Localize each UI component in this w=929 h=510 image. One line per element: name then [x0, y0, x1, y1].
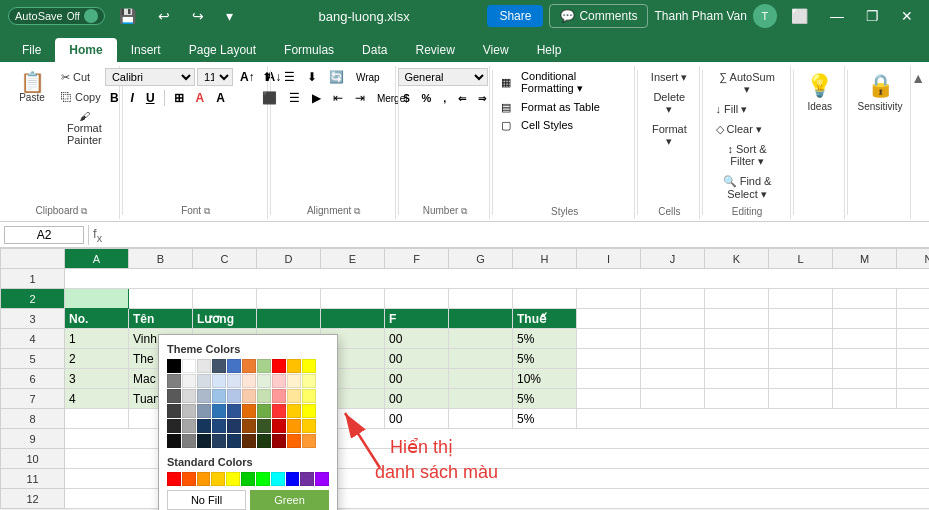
color-swatch[interactable] — [272, 359, 286, 373]
color-swatch[interactable] — [257, 359, 271, 373]
standard-color-swatch[interactable] — [197, 472, 211, 486]
color-swatch[interactable] — [167, 434, 181, 448]
middle-align-btn[interactable]: ☰ — [279, 68, 300, 86]
col-header-A[interactable]: A — [65, 249, 129, 269]
left-align-btn[interactable]: ⬛ — [257, 89, 282, 107]
cell-H5[interactable]: 5% — [513, 349, 577, 369]
sensitivity-button[interactable]: 🔒 Sensitivity — [847, 68, 914, 117]
italic-button[interactable]: I — [126, 89, 139, 107]
color-swatch[interactable] — [242, 434, 256, 448]
ribbon-display-button[interactable]: ⬜ — [783, 4, 816, 28]
color-swatch[interactable] — [182, 419, 196, 433]
ideas-button[interactable]: 💡 Ideas — [795, 68, 844, 117]
color-swatch[interactable] — [212, 374, 226, 388]
color-swatch[interactable] — [182, 374, 196, 388]
color-swatch[interactable] — [287, 419, 301, 433]
standard-color-swatch[interactable] — [241, 472, 255, 486]
tab-review[interactable]: Review — [401, 38, 468, 62]
color-swatch[interactable] — [257, 404, 271, 418]
cell-M7[interactable] — [833, 389, 897, 409]
cell-L4[interactable] — [769, 329, 833, 349]
standard-color-swatch[interactable] — [256, 472, 270, 486]
delete-cells-btn[interactable]: Delete ▾ — [646, 88, 693, 119]
cell-I7[interactable] — [577, 389, 641, 409]
cell-H7[interactable]: 5% — [513, 389, 577, 409]
color-swatch[interactable] — [167, 419, 181, 433]
bottom-align-btn[interactable]: ⬇ — [302, 68, 322, 86]
color-swatch[interactable] — [242, 389, 256, 403]
cell-J7[interactable] — [641, 389, 705, 409]
cell-H6[interactable]: 10% — [513, 369, 577, 389]
cell-K6[interactable] — [705, 369, 769, 389]
col-header-I[interactable]: I — [577, 249, 641, 269]
cell-F3[interactable]: F — [385, 309, 449, 329]
green-button[interactable]: Green — [250, 490, 329, 510]
font-size-select[interactable]: 11 — [197, 68, 233, 86]
color-swatch[interactable] — [227, 389, 241, 403]
color-swatch[interactable] — [257, 434, 271, 448]
tab-file[interactable]: File — [8, 38, 55, 62]
color-swatch[interactable] — [242, 359, 256, 373]
cell-N3[interactable] — [897, 309, 930, 329]
color-swatch[interactable] — [167, 359, 181, 373]
color-swatch[interactable] — [197, 419, 211, 433]
cell-K7[interactable] — [705, 389, 769, 409]
cell-A6[interactable]: 3 — [65, 369, 129, 389]
font-family-select[interactable]: Calibri — [105, 68, 195, 86]
cell-K5[interactable] — [705, 349, 769, 369]
standard-color-swatch[interactable] — [271, 472, 285, 486]
orientation-btn[interactable]: 🔄 — [324, 68, 349, 86]
cell-N5[interactable] — [897, 349, 930, 369]
col-header-H[interactable]: H — [513, 249, 577, 269]
cell-E2[interactable] — [321, 289, 385, 309]
color-swatch[interactable] — [197, 389, 211, 403]
col-header-M[interactable]: M — [833, 249, 897, 269]
tab-view[interactable]: View — [469, 38, 523, 62]
cell-A5[interactable]: 2 — [65, 349, 129, 369]
cell-I2[interactable] — [577, 289, 641, 309]
cell-K3[interactable] — [705, 309, 769, 329]
color-swatch[interactable] — [287, 359, 301, 373]
col-header-K[interactable]: K — [705, 249, 769, 269]
color-swatch[interactable] — [167, 404, 181, 418]
comma-btn[interactable]: , — [438, 90, 451, 106]
standard-color-swatch[interactable] — [300, 472, 314, 486]
color-swatch[interactable] — [182, 434, 196, 448]
color-swatch[interactable] — [287, 404, 301, 418]
cell-G3[interactable] — [449, 309, 513, 329]
cell-F6[interactable]: 00 — [385, 369, 449, 389]
cell-J4[interactable] — [641, 329, 705, 349]
cell-L3[interactable] — [769, 309, 833, 329]
color-swatch[interactable] — [227, 359, 241, 373]
cell-K2[interactable] — [705, 289, 769, 309]
col-header-F[interactable]: F — [385, 249, 449, 269]
color-swatch[interactable] — [212, 389, 226, 403]
cell-I3[interactable] — [577, 309, 641, 329]
tab-page-layout[interactable]: Page Layout — [175, 38, 270, 62]
increase-font-btn[interactable]: A↑ — [235, 68, 260, 86]
cell-L5[interactable] — [769, 349, 833, 369]
fill-btn[interactable]: ↓ Fill ▾ — [711, 100, 753, 119]
col-header-C[interactable]: C — [193, 249, 257, 269]
minimize-button[interactable]: — — [822, 4, 852, 28]
color-swatch[interactable] — [197, 359, 211, 373]
color-swatch[interactable] — [227, 404, 241, 418]
right-align-btn[interactable]: ▶ — [307, 89, 326, 107]
cell-C2[interactable] — [193, 289, 257, 309]
cell-E3[interactable] — [321, 309, 385, 329]
col-header-G[interactable]: G — [449, 249, 513, 269]
color-swatch[interactable] — [287, 389, 301, 403]
clear-btn[interactable]: ◇ Clear ▾ — [711, 120, 767, 139]
conditional-formatting-btn[interactable]: Conditional Formatting ▾ — [515, 68, 628, 97]
cell-A2[interactable] — [65, 289, 129, 309]
color-swatch[interactable] — [227, 419, 241, 433]
name-box[interactable] — [4, 226, 84, 244]
collapse-arrow[interactable]: ▲ — [911, 66, 925, 219]
insert-cells-btn[interactable]: Insert ▾ — [646, 68, 693, 87]
cell-I6[interactable] — [577, 369, 641, 389]
cell-N2[interactable] — [897, 289, 930, 309]
cell-I4[interactable] — [577, 329, 641, 349]
cell-K4[interactable] — [705, 329, 769, 349]
color-swatch[interactable] — [182, 404, 196, 418]
cell-H8[interactable]: 5% — [513, 409, 577, 429]
